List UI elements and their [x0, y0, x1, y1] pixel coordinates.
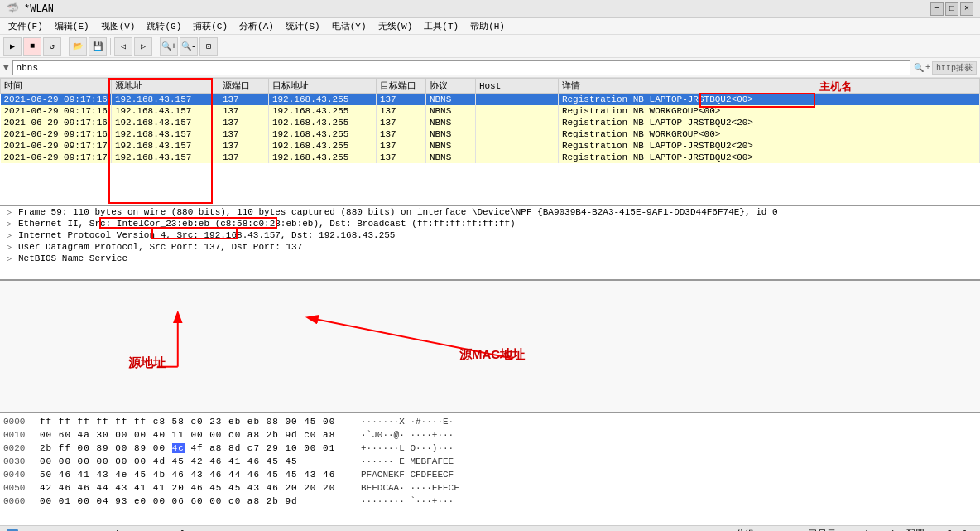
cell-1: 192.168.43.157: [111, 140, 219, 152]
hex-bytes: ff ff ff ff ff ff c8 58 c0 23 eb eb 08 0…: [40, 415, 354, 428]
toolbar-restart[interactable]: ↺: [43, 37, 61, 56]
hex-ascii: ······ E MEBFAFEE: [361, 455, 454, 468]
toolbar-back[interactable]: ◁: [114, 37, 132, 56]
expand-icon: ▷: [7, 230, 15, 240]
cell-2: 137: [219, 140, 268, 152]
maximize-button[interactable]: □: [945, 2, 958, 16]
menu-item-f[interactable]: 文件(F): [3, 19, 48, 33]
hex-ascii: ········ `···+···: [361, 495, 454, 508]
expand-icon: ▷: [7, 207, 15, 217]
status-left: N NetBIOS Name Service: Protocol: [7, 529, 729, 532]
sep1: [65, 38, 65, 55]
filter-icon: ▼: [3, 63, 9, 73]
status-icon: N: [7, 529, 18, 532]
hex-bytes: 42 46 46 44 43 41 41 20 46 45 45 43 46 2…: [40, 481, 354, 495]
col-header-dst[interactable]: 目标地址: [268, 79, 376, 94]
table-row[interactable]: 2021-06-29 09:17:17192.168.43.157137192.…: [1, 152, 980, 163]
app-icon: 🦈: [7, 2, 19, 15]
filter-search-icon: 🔍: [914, 63, 924, 73]
toolbar-save[interactable]: 💾: [89, 37, 107, 56]
detail-text: Frame 59: 110 bytes on wire (880 bits), …: [18, 207, 778, 217]
close-button[interactable]: ×: [960, 2, 973, 16]
cell-2: 137: [219, 105, 268, 117]
minimize-button[interactable]: −: [930, 2, 944, 16]
hex-row: 003000 00 00 00 00 00 4d 45 42 46 41 46 …: [3, 455, 977, 468]
detail-text: NetBIOS Name Service: [18, 253, 127, 263]
cell-6: [475, 140, 558, 152]
col-header-proto[interactable]: 协议: [425, 79, 475, 94]
hex-offset: 0010: [3, 428, 33, 442]
menu-item-e[interactable]: 编辑(E): [50, 19, 94, 33]
hex-row: 0000ff ff ff ff ff ff c8 58 c0 23 eb eb …: [3, 415, 977, 428]
cell-3: 192.168.43.255: [268, 94, 376, 106]
hex-offset: 0030: [3, 455, 33, 468]
toolbar-stop[interactable]: ■: [23, 37, 41, 56]
detail-text: User Datagram Protocol, Src Port: 137, D…: [18, 242, 302, 252]
toolbar-zoom-out[interactable]: 🔍-: [180, 37, 198, 56]
cell-1: 192.168.43.157: [111, 128, 219, 140]
menu-item-t[interactable]: 工具(T): [419, 19, 464, 33]
menu-item-y[interactable]: 电话(Y): [327, 19, 372, 33]
list-item[interactable]: ▷Frame 59: 110 bytes on wire (880 bits),…: [0, 206, 980, 218]
toolbar-zoom-in[interactable]: 🔍+: [160, 37, 178, 56]
cell-6: [475, 105, 558, 117]
col-header-src[interactable]: 源地址: [111, 79, 219, 94]
col-header-srcport[interactable]: 源端口: [219, 79, 268, 94]
sep2: [110, 38, 111, 55]
detail-text: Ethernet II, Src: IntelCor_23:eb:eb (c8:…: [18, 219, 516, 229]
cell-2: 137: [219, 152, 268, 163]
col-header-dstport[interactable]: 目标端口: [376, 79, 425, 94]
toolbar: ▶ ■ ↺ 📂 💾 ◁ ▷ 🔍+ 🔍- ⊡: [0, 35, 980, 58]
col-header-time[interactable]: 时间: [1, 79, 112, 94]
hex-bytes: 50 46 41 43 4e 45 4b 46 43 46 44 46 45 4…: [40, 468, 354, 481]
packet-detail[interactable]: ▷Frame 59: 110 bytes on wire (880 bits),…: [0, 206, 980, 281]
cell-0: 2021-06-29 09:17:16: [1, 128, 112, 140]
list-item[interactable]: ▷User Datagram Protocol, Src Port: 137, …: [0, 241, 980, 253]
list-item[interactable]: ▷Internet Protocol Version 4, Src: 192.1…: [0, 229, 980, 241]
cell-0: 2021-06-29 09:17:16: [1, 117, 112, 128]
status-profile: 配置: Default: [906, 528, 973, 531]
toolbar-start[interactable]: ▶: [3, 37, 22, 56]
list-item[interactable]: ▷Ethernet II, Src: IntelCor_23:eb:eb (c8…: [0, 218, 980, 229]
cell-0: 2021-06-29 09:17:17: [1, 152, 112, 163]
hex-row: 005042 46 46 44 43 41 41 20 46 45 45 43 …: [3, 481, 977, 495]
toolbar-reset[interactable]: ⊡: [199, 37, 218, 56]
filter-input[interactable]: [12, 60, 910, 75]
table-row[interactable]: 2021-06-29 09:17:16192.168.43.157137192.…: [1, 128, 980, 140]
hex-ascii: +······L O···)···: [361, 442, 454, 455]
menu-bar: 文件(F)编辑(E)视图(V)跳转(G)捕获(C)分析(A)统计(S)电话(Y)…: [0, 18, 980, 35]
annotation-arrows: [0, 281, 980, 412]
cell-0: 2021-06-29 09:17:16: [1, 94, 112, 106]
table-row[interactable]: 2021-06-29 09:17:16192.168.43.157137192.…: [1, 105, 980, 117]
packet-list-container: 时间 源地址 源端口 目标地址 目标端口 协议 Host 详情 2021-06-…: [0, 78, 980, 206]
col-header-detail[interactable]: 详情: [558, 79, 979, 94]
cell-4: 137: [376, 105, 425, 117]
hex-ascii: ·······X ·#····E·: [361, 415, 454, 428]
cell-7: Registration NB LAPTOP-JRSTBQU2<00>: [558, 152, 979, 163]
hex-offset: 0040: [3, 468, 33, 481]
col-header-host[interactable]: Host: [475, 79, 558, 94]
toolbar-forward[interactable]: ▷: [134, 37, 152, 56]
cell-4: 137: [376, 152, 425, 163]
menu-item-a[interactable]: 分析(A): [234, 19, 279, 33]
list-item[interactable]: ▷NetBIOS Name Service: [0, 253, 980, 264]
hex-row: 00202b ff 00 89 00 89 00 4c 4f a8 8d c7 …: [3, 442, 977, 455]
menu-item-c[interactable]: 捕获(C): [188, 19, 233, 33]
table-row[interactable]: 2021-06-29 09:17:16192.168.43.157137192.…: [1, 94, 980, 106]
toolbar-open[interactable]: 📂: [69, 37, 87, 56]
hex-bytes: 2b ff 00 89 00 89 00 4c 4f a8 8d c7 29 1…: [40, 442, 354, 455]
table-row[interactable]: 2021-06-29 09:17:16192.168.43.157137192.…: [1, 117, 980, 128]
menu-item-s[interactable]: 统计(S): [281, 19, 325, 33]
window-title: *WLAN: [24, 3, 54, 15]
menu-item-g[interactable]: 跳转(G): [142, 19, 186, 33]
hex-dump[interactable]: 0000ff ff ff ff ff ff c8 58 c0 23 eb eb …: [0, 413, 980, 525]
cell-5: NBNS: [425, 94, 475, 106]
menu-item-v[interactable]: 视图(V): [96, 19, 141, 33]
hex-offset: 0020: [3, 442, 33, 455]
cell-1: 192.168.43.157: [111, 94, 219, 106]
table-row[interactable]: 2021-06-29 09:17:17192.168.43.157137192.…: [1, 140, 980, 152]
cell-3: 192.168.43.255: [268, 152, 376, 163]
packet-list[interactable]: 时间 源地址 源端口 目标地址 目标端口 协议 Host 详情 2021-06-…: [0, 78, 980, 206]
menu-item-h[interactable]: 帮助(H): [465, 19, 510, 33]
menu-item-w[interactable]: 无线(W): [373, 19, 418, 33]
